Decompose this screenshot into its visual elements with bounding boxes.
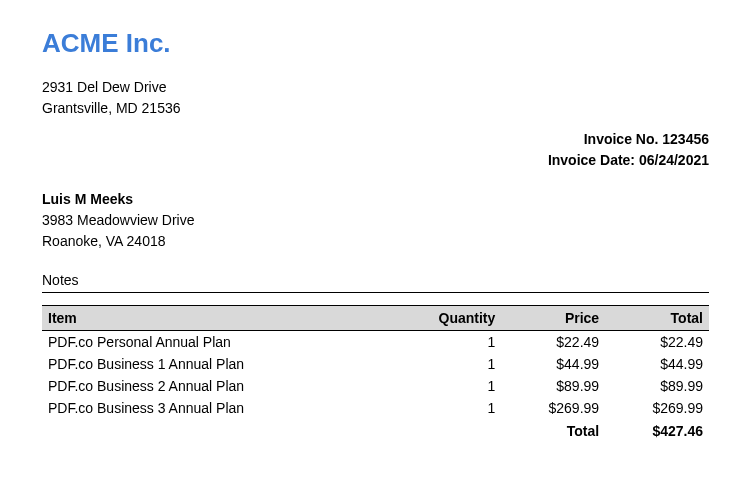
cell-total: $44.99 (605, 353, 709, 375)
footer-empty (42, 419, 387, 442)
cell-quantity: 1 (387, 353, 501, 375)
col-quantity: Quantity (387, 306, 501, 331)
bill-to-address-line1: 3983 Meadowview Drive (42, 210, 709, 231)
invoice-number: 123456 (662, 131, 709, 147)
table-row: PDF.co Business 2 Annual Plan 1 $89.99 $… (42, 375, 709, 397)
cell-item: PDF.co Personal Annual Plan (42, 331, 387, 354)
invoice-date-line: Invoice Date: 06/24/2021 (42, 150, 709, 171)
cell-price: $269.99 (501, 397, 605, 419)
cell-total: $89.99 (605, 375, 709, 397)
bill-to-address-line2: Roanoke, VA 24018 (42, 231, 709, 252)
line-items-table: Item Quantity Price Total PDF.co Persona… (42, 305, 709, 442)
table-header-row: Item Quantity Price Total (42, 306, 709, 331)
footer-total-value: $427.46 (605, 419, 709, 442)
table-row: PDF.co Business 1 Annual Plan 1 $44.99 $… (42, 353, 709, 375)
cell-total: $22.49 (605, 331, 709, 354)
invoice-meta: Invoice No. 123456 Invoice Date: 06/24/2… (42, 129, 709, 171)
invoice-date: 06/24/2021 (639, 152, 709, 168)
cell-item: PDF.co Business 2 Annual Plan (42, 375, 387, 397)
cell-quantity: 1 (387, 397, 501, 419)
cell-item: PDF.co Business 3 Annual Plan (42, 397, 387, 419)
invoice-number-label: Invoice No. (584, 131, 663, 147)
invoice-number-line: Invoice No. 123456 (42, 129, 709, 150)
company-address-line2: Grantsville, MD 21536 (42, 98, 709, 119)
company-address-line1: 2931 Del Dew Drive (42, 77, 709, 98)
table-row: PDF.co Business 3 Annual Plan 1 $269.99 … (42, 397, 709, 419)
notes-rule (42, 292, 709, 293)
bill-to-name: Luis M Meeks (42, 189, 709, 210)
cell-price: $89.99 (501, 375, 605, 397)
footer-total-label: Total (387, 419, 605, 442)
cell-quantity: 1 (387, 375, 501, 397)
col-price: Price (501, 306, 605, 331)
col-item: Item (42, 306, 387, 331)
table-row: PDF.co Personal Annual Plan 1 $22.49 $22… (42, 331, 709, 354)
cell-price: $22.49 (501, 331, 605, 354)
cell-price: $44.99 (501, 353, 605, 375)
invoice-date-label: Invoice Date: (548, 152, 639, 168)
col-total: Total (605, 306, 709, 331)
company-name: ACME Inc. (42, 28, 709, 59)
company-address: 2931 Del Dew Drive Grantsville, MD 21536 (42, 77, 709, 119)
cell-total: $269.99 (605, 397, 709, 419)
notes-label: Notes (42, 272, 709, 288)
cell-quantity: 1 (387, 331, 501, 354)
table-footer-row: Total $427.46 (42, 419, 709, 442)
cell-item: PDF.co Business 1 Annual Plan (42, 353, 387, 375)
bill-to: Luis M Meeks 3983 Meadowview Drive Roano… (42, 189, 709, 252)
